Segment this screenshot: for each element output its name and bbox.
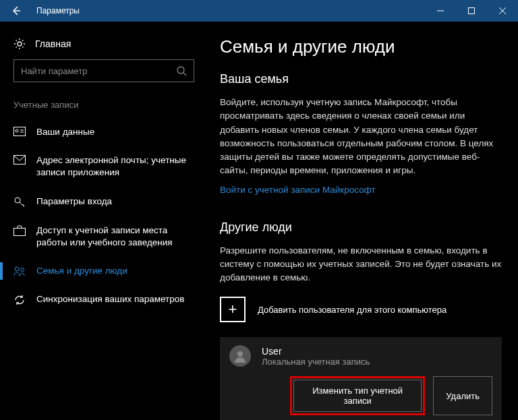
nav-work-access[interactable]: Доступ к учетной записи места работы или… xyxy=(0,216,208,257)
search-input[interactable] xyxy=(21,66,176,76)
maximize-icon xyxy=(468,7,475,14)
user-card[interactable]: User Локальная учетная запись Изменить т… xyxy=(220,337,502,420)
titlebar: Параметры xyxy=(0,0,518,22)
people-icon xyxy=(13,266,26,276)
maximize-button[interactable] xyxy=(456,0,487,22)
nav-sync[interactable]: Синхронизация ваших параметров xyxy=(0,285,208,314)
svg-rect-7 xyxy=(14,228,26,235)
sidebar: Главная Учетные записи Ваши данные Адрес… xyxy=(0,22,208,420)
main-content: Семья и другие люди Ваша семья Войдите, … xyxy=(208,22,518,420)
avatar xyxy=(229,345,251,367)
family-description: Войдите, используя учетную запись Майкро… xyxy=(220,96,502,178)
user-name: User xyxy=(262,346,370,357)
family-heading: Ваша семья xyxy=(220,72,502,86)
add-user-button[interactable]: + Добавить пользователя для этого компью… xyxy=(220,297,502,322)
nav-your-info[interactable]: Ваши данные xyxy=(0,118,208,146)
mail-icon xyxy=(13,155,26,164)
nav-label: Доступ к учетной записи места работы или… xyxy=(36,224,194,249)
nav-label: Ваши данные xyxy=(36,126,94,138)
person-icon xyxy=(233,349,247,363)
close-icon xyxy=(499,7,506,14)
key-icon xyxy=(13,196,26,208)
nav-label: Параметры входа xyxy=(36,196,112,208)
back-button[interactable] xyxy=(0,0,32,22)
svg-point-9 xyxy=(21,268,24,272)
arrow-left-icon xyxy=(11,5,22,16)
minimize-icon xyxy=(437,7,444,14)
others-heading: Другие люди xyxy=(220,220,502,235)
signin-link[interactable]: Войти с учетной записи Майкрософт xyxy=(220,185,376,195)
id-card-icon xyxy=(13,127,26,136)
svg-point-10 xyxy=(237,351,243,357)
window-controls xyxy=(425,0,518,22)
nav-signin-options[interactable]: Параметры входа xyxy=(0,187,208,216)
svg-point-2 xyxy=(177,67,184,73)
svg-point-8 xyxy=(15,267,19,271)
add-user-label: Добавить пользователя для этого компьюте… xyxy=(258,305,447,315)
sidebar-section-header: Учетные записи xyxy=(0,100,208,118)
window-title: Параметры xyxy=(36,6,80,16)
home-button[interactable]: Главная xyxy=(0,34,208,59)
minimize-button[interactable] xyxy=(425,0,456,22)
gear-icon xyxy=(13,38,26,50)
sync-icon xyxy=(13,294,26,306)
delete-user-button[interactable]: Удалить xyxy=(433,376,492,415)
svg-rect-0 xyxy=(469,8,475,14)
search-box[interactable] xyxy=(13,59,194,82)
search-icon xyxy=(176,65,187,76)
home-label: Главная xyxy=(35,38,71,49)
highlight-annotation: Изменить тип учетной записи xyxy=(290,376,425,415)
nav-label: Синхронизация ваших параметров xyxy=(36,293,185,305)
briefcase-icon xyxy=(13,225,26,236)
svg-rect-5 xyxy=(14,156,26,164)
page-title: Семья и другие люди xyxy=(220,36,502,57)
svg-point-6 xyxy=(15,198,20,203)
plus-icon: + xyxy=(220,297,246,322)
user-account-type: Локальная учетная запись xyxy=(262,357,370,367)
nav-label: Семья и другие люди xyxy=(36,265,127,277)
nav-email-accounts[interactable]: Адрес электронной почты; учетные записи … xyxy=(0,146,208,187)
nav-label: Адрес электронной почты; учетные записи … xyxy=(36,154,194,179)
change-account-type-button[interactable]: Изменить тип учетной записи xyxy=(293,380,422,412)
close-button[interactable] xyxy=(487,0,518,22)
others-description: Разрешите пользователям, не включенным в… xyxy=(220,244,502,285)
svg-point-4 xyxy=(16,129,18,132)
nav-family[interactable]: Семья и другие люди xyxy=(0,257,208,285)
svg-point-1 xyxy=(18,42,22,46)
